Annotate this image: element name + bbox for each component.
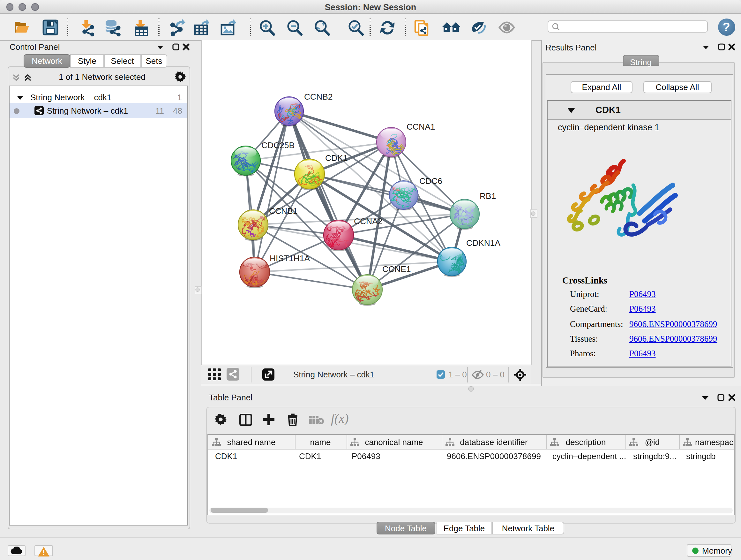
svg-text:CCNB1: CCNB1 xyxy=(269,206,297,216)
svg-text:CCNA2: CCNA2 xyxy=(354,216,382,226)
svg-text:HIST1H1A: HIST1H1A xyxy=(269,253,310,263)
svg-text:CDK1: CDK1 xyxy=(325,153,347,163)
svg-text:CCNB2: CCNB2 xyxy=(304,92,332,102)
svg-text:CDC6: CDC6 xyxy=(419,176,442,186)
svg-text:RB1: RB1 xyxy=(479,191,495,201)
svg-text:CCNA1: CCNA1 xyxy=(406,122,434,132)
svg-text:CDKN1A: CDKN1A xyxy=(466,238,500,248)
svg-text:CDC25B: CDC25B xyxy=(261,140,294,150)
svg-text:CCNE1: CCNE1 xyxy=(382,264,410,274)
